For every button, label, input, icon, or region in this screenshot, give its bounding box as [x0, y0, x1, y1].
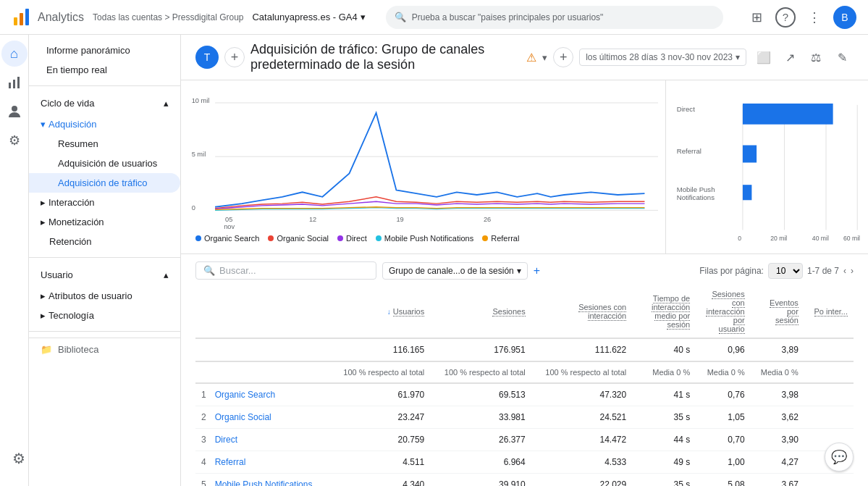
date-range-selector[interactable]: los últimos 28 días 3 nov-30 nov 2023 ▾ [579, 49, 746, 66]
totals-sesiones: 176.951 [430, 338, 531, 361]
sidebar-monetizacion[interactable]: ▸ Monetización [29, 212, 180, 232]
subtotals-eventos-sesion: Media 0 % [751, 361, 804, 383]
sidebar-item-tiempo-real[interactable]: En tiempo real [29, 60, 180, 80]
nav-icon-home[interactable]: ⌂ [1, 41, 28, 67]
sidebar-interaccion[interactable]: ▸ Interacción [29, 193, 180, 212]
search-input-placeholder: Buscar... [219, 265, 256, 276]
chevron-down-icon: ▾ [361, 12, 366, 22]
svg-text:05: 05 [225, 216, 232, 223]
nav-icon-settings[interactable]: ⚙ [1, 127, 28, 154]
compare-icon[interactable]: ⚖ [804, 46, 827, 69]
svg-rect-5 [17, 77, 20, 88]
adquisicion-label: Adquisición [49, 119, 97, 130]
subtotals-tiempo: Media 0 % [632, 361, 696, 383]
search-placeholder: Prueba a buscar "paises principales por … [412, 12, 604, 22]
table-area: 🔍 Buscar... Grupo de canale...o de la se… [181, 254, 868, 486]
sidebar-usuario-header[interactable]: Usuario ▴ [29, 264, 180, 286]
account-name: Catalunyapress.es - GA4 [252, 12, 357, 22]
date-range-label: los últimos 28 días [586, 52, 657, 62]
totals-tiempo: 40 s [632, 338, 696, 361]
col-header-tiempo[interactable]: Tiempo deinteracciónmedio porsesión [632, 285, 696, 338]
sidebar-item-adquisicion-trafico[interactable]: Adquisición de tráfico [29, 173, 180, 193]
date-range-value: 3 nov-30 nov 2023 [661, 52, 733, 62]
col-header-po-inter[interactable]: Po inter... [804, 285, 854, 338]
svg-rect-4 [13, 80, 15, 88]
avatar[interactable]: B [833, 6, 856, 29]
apps-icon[interactable]: ⊞ [743, 4, 770, 30]
triangle-right-icon-3: ▸ [41, 290, 46, 301]
svg-rect-0 [14, 17, 17, 25]
col-header-canal [195, 285, 329, 338]
totals-usuarios: 116.165 [329, 338, 430, 361]
svg-text:Direct: Direct [677, 105, 695, 113]
col-header-usuarios[interactable]: ↓ Usuarios [329, 285, 430, 338]
legend-dot-organic-social [268, 235, 274, 241]
legend-label-organic-search: Organic Search [204, 234, 259, 243]
rows-per-page-select[interactable]: 10 25 50 [768, 263, 803, 279]
table-row: 5Mobile Push Notifications 4.340 39.910 … [195, 474, 854, 487]
sidebar-atributos-usuario[interactable]: ▸ Atributos de usuario [29, 286, 180, 306]
sidebar-biblioteca[interactable]: 📁 Biblioteca [29, 338, 180, 361]
save-report-icon[interactable]: ⬜ [752, 46, 775, 69]
logo: Analytics [12, 7, 84, 28]
edit-icon[interactable]: ✎ [830, 46, 854, 69]
more-vert-icon[interactable]: ⋮ [801, 4, 827, 30]
legend-organic-social: Organic Social [268, 234, 329, 243]
tab-pill: T [195, 46, 219, 69]
svg-rect-3 [9, 83, 11, 88]
share-icon[interactable]: ↗ [778, 46, 801, 69]
svg-rect-1 [20, 13, 23, 25]
add-tab-button[interactable]: + [224, 47, 245, 67]
totals-row: 116.165 176.951 111.622 40 s 0,96 3,89 [195, 338, 854, 361]
table-header-row: ↓ Usuarios Sesiones Sesiones coninteracc… [195, 285, 854, 338]
help-icon[interactable]: ? [775, 7, 796, 28]
header-icons: ⬜ ↗ ⚖ ✎ [752, 46, 854, 69]
svg-text:nov: nov [224, 223, 235, 229]
account-selector[interactable]: Catalunyapress.es - GA4 ▾ [252, 12, 365, 22]
subtotals-ses-inter-usuario: Media 0 % [696, 361, 750, 383]
sidebar-tecnologia[interactable]: ▸ Tecnología [29, 306, 180, 325]
col-header-ses-inter-usuario[interactable]: Sesionesconinteracciónporusuario [696, 285, 750, 338]
legend-label-direct: Direct [346, 234, 367, 243]
sidebar-item-retencion[interactable]: Retención [29, 232, 180, 251]
comment-button[interactable]: 💬 [825, 443, 854, 472]
sidebar-item-panoramico[interactable]: Informe panorámico [29, 41, 180, 60]
atributos-label: Atributos de usuario [49, 290, 132, 301]
panoramico-label: Informe panorámico [46, 45, 130, 56]
chevron-down-icon-title[interactable]: ▾ [542, 52, 547, 63]
legend-label-mobile-push: Mobile Push Notifications [384, 234, 474, 243]
add-comparison-button[interactable]: + [553, 47, 573, 67]
next-page-button[interactable]: › [851, 266, 854, 276]
subtotals-sesiones-interaccion: 100 % respecto al total [531, 361, 632, 383]
svg-text:Referral: Referral [677, 147, 701, 155]
legend-dot-mobile-push [376, 235, 382, 241]
subtotals-usuarios: 100 % respecto al total [329, 361, 430, 383]
svg-text:40 mil: 40 mil [812, 235, 829, 242]
ciclo-vida-label: Ciclo de vida [41, 98, 94, 109]
app-name: Analytics [38, 11, 84, 24]
sidebar-item-adquisicion-usuarios[interactable]: Adquisición de usuarios [29, 154, 180, 173]
retencion-label: Retención [49, 236, 92, 247]
usuario-label: Usuario [41, 269, 73, 280]
line-chart-container: 10 mil 5 mil 0 05 nov 12 19 26 [181, 80, 665, 254]
col-header-sesiones[interactable]: Sesiones [430, 285, 531, 338]
legend-dot-organic-search [195, 235, 201, 241]
col-header-sesiones-interaccion[interactable]: Sesiones coninteracción [531, 285, 632, 338]
canal-filter[interactable]: Grupo de canale...o de la sesión ▾ [382, 262, 528, 280]
sidebar-ciclo-vida-header[interactable]: Ciclo de vida ▴ [29, 92, 180, 114]
col-header-eventos-sesion[interactable]: Eventosporsesión [751, 285, 804, 338]
pagination-label: 1-7 de 7 [807, 266, 839, 276]
sub-totals-row: 100 % respecto al total 100 % respecto a… [195, 361, 854, 383]
nav-icon-person[interactable] [1, 99, 28, 125]
prev-page-button[interactable]: ‹ [843, 266, 846, 276]
table-search-wrap[interactable]: 🔍 Buscar... [195, 261, 376, 280]
nav-icon-chart[interactable] [1, 70, 28, 96]
sidebar-item-resumen[interactable]: Resumen [29, 134, 180, 154]
search-bar[interactable]: 🔍 Prueba a buscar "paises principales po… [386, 6, 723, 29]
add-filter-button[interactable]: + [534, 264, 540, 277]
settings-button[interactable]: ⚙ [6, 445, 32, 472]
canal-filter-label: Grupo de canale...o de la sesión [389, 266, 514, 276]
legend-direct: Direct [337, 234, 367, 243]
sidebar-adquisicion[interactable]: ▾ Adquisición [29, 114, 180, 134]
table-row: 3Direct 20.759 26.377 14.472 44 s 0,70 3… [195, 429, 854, 451]
